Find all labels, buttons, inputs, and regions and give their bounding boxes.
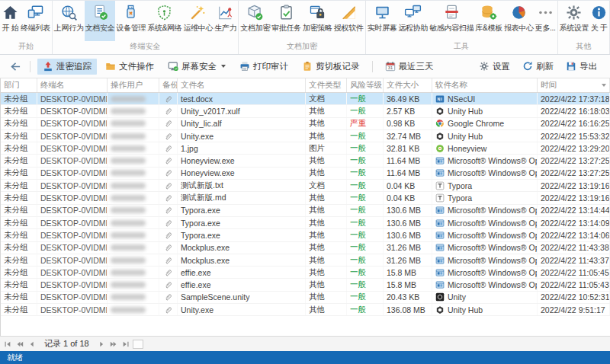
ribbon-button-library-template[interactable]: 库&模板 xyxy=(474,1,502,41)
paperclip-icon xyxy=(164,280,173,289)
column-header-backup[interactable]: 备份 xyxy=(159,78,178,92)
column-header-filetype[interactable]: 文件类型 xyxy=(306,78,347,92)
windows-icon xyxy=(435,243,445,252)
table-row[interactable]: 未分组DESKTOP-0VIDMDJ测试新版.txt文档一般0.04 KBTyp… xyxy=(1,180,610,192)
table-row[interactable]: 未分组DESKTOP-0VIDMDJMockplus.exe其他一般31.26 … xyxy=(1,242,610,254)
toolbar-button-clipboard-log[interactable]: 剪切板记录 xyxy=(297,59,365,75)
pg-last-button[interactable] xyxy=(120,339,131,350)
ribbon-button-doc-security[interactable]: 文档安全 xyxy=(85,1,116,41)
operator-user-redacted xyxy=(111,145,146,152)
ribbon-button-ops-center[interactable]: 运维中心 xyxy=(182,1,214,41)
cell-dept: 未分组 xyxy=(1,205,37,216)
pg-prev-fast-button[interactable] xyxy=(14,339,25,350)
column-header-size[interactable]: 文件大小 xyxy=(384,78,432,92)
cell-size: 11.64 MB xyxy=(384,155,432,166)
cell-app: Microsoft® Windows® Oper... xyxy=(432,242,538,254)
table-row[interactable]: 未分组DESKTOP-0VIDMDJMockplus.exe其他一般31.26 … xyxy=(1,254,610,267)
ribbon-button-doc-encrypt[interactable]: 文档加密 xyxy=(239,1,271,41)
toolbar-button-screen-safe[interactable]: 屏幕安全 xyxy=(162,59,231,75)
cell-terminal: DESKTOP-0VIDMDJ xyxy=(37,267,108,278)
column-header-label: 文件大小 xyxy=(387,80,419,91)
ribbon-button-terminal-list[interactable]: 终端列表 xyxy=(20,1,51,41)
table-row[interactable]: 未分组DESKTOP-0VIDMDJ测试新版.md其他一般0.04 KBTypo… xyxy=(1,192,610,204)
cell-dept: 未分组 xyxy=(1,155,37,166)
cell-app: Google Chrome xyxy=(432,118,538,129)
ribbon-button-about-info[interactable]: 关 于 xyxy=(589,1,608,41)
cell-risk: 一般 xyxy=(347,279,384,290)
cell-time: 2022/4/22 13:19:16 xyxy=(538,192,610,203)
ribbon-button-home[interactable]: 开 始 xyxy=(1,1,20,41)
table-row[interactable]: 未分组DESKTOP-0VIDMDJ1.jpg图片一般32.81 KBHoney… xyxy=(1,142,610,155)
ribbon-button-web-behavior[interactable]: 上网行为 xyxy=(53,1,85,41)
operator-user-redacted xyxy=(111,96,146,102)
column-header-label: 终端名 xyxy=(40,80,65,91)
pager-extra-button[interactable] xyxy=(133,340,143,349)
table-row[interactable]: 未分组DESKTOP-0VIDMDJHoneyview.exe其他一般11.64… xyxy=(1,155,610,167)
toolbar-button-export-save[interactable]: 导出 xyxy=(560,59,602,75)
column-header-risk[interactable]: 风险等级 xyxy=(347,78,384,92)
table-row[interactable]: 未分组DESKTOP-0VIDMDJUnity_lic.alf其他严重0.98 … xyxy=(1,118,610,130)
ribbon-button-more-dots[interactable]: 更多... xyxy=(535,1,557,41)
ribbon-button-licensed-sw[interactable]: 授权软件 xyxy=(333,1,364,41)
ribbon-button-sensitive-scan[interactable]: 敏感内容扫描 xyxy=(429,1,474,41)
windows-icon xyxy=(435,280,445,289)
column-header-dept[interactable]: 部门 xyxy=(1,78,37,92)
cell-backup xyxy=(159,242,178,254)
cell-operator xyxy=(108,292,159,303)
cell-time: 2022/4/22 11:05:43 xyxy=(538,279,610,290)
pg-prev-button[interactable] xyxy=(27,339,37,350)
table-row[interactable]: 未分组DESKTOP-0VIDMDJTypora.exe其他一般130.6 MB… xyxy=(1,229,610,241)
cell-time: 2022/4/22 11:43:37 xyxy=(538,254,610,266)
table-row[interactable]: 未分组DESKTOP-0VIDMDJtest.docx文档一般36.49 KBN… xyxy=(1,93,610,105)
ribbon-button-label: 设备管理 xyxy=(116,23,146,34)
pg-next-fast-button[interactable] xyxy=(108,339,119,350)
table-row[interactable]: 未分组DESKTOP-0VIDMDJeffie.exe其他一般15.8 MBMi… xyxy=(1,279,610,291)
toolbar-button-print-audit[interactable]: 打印审计 xyxy=(234,59,294,75)
cell-size: 2.57 KB xyxy=(384,105,432,117)
table-row[interactable]: 未分组DESKTOP-0VIDMDJUnity.exe其他一般136.08 MB… xyxy=(1,304,610,316)
cell-dept: 未分组 xyxy=(1,229,37,241)
cell-time: 2022/4/22 13:27:25 xyxy=(538,155,610,166)
ribbon-button-encrypt-policy[interactable]: 加密策略 xyxy=(302,1,333,41)
ribbon-button-settings-gear[interactable]: 系统设置 xyxy=(559,1,590,41)
pg-first-button[interactable] xyxy=(2,339,13,350)
column-header-filename[interactable]: 文件名 xyxy=(178,78,306,92)
table-row[interactable]: 未分组DESKTOP-0VIDMDJeffie.exe其他一般15.8 MBMi… xyxy=(1,267,610,279)
ribbon-group: 系统设置关 于其他 xyxy=(558,1,610,54)
ribbon-button-sys-network[interactable]: 系统&网络 xyxy=(146,1,182,41)
ribbon-button-report-center[interactable]: 报表中心 xyxy=(503,1,535,41)
column-header-operator[interactable]: 操作用户 xyxy=(108,78,159,92)
cell-filetype: 其他 xyxy=(306,229,347,241)
cell-terminal: DESKTOP-0VIDMDJ xyxy=(37,168,108,179)
toolbar-button-settings-gear[interactable]: 设置 xyxy=(474,59,515,75)
ribbon-button-device-mgmt[interactable]: 设备管理 xyxy=(115,1,146,41)
ribbon: 开 始终端列表开始上网行为文档安全设备管理系统&网络运维中心生产力终端安全文档加… xyxy=(0,0,610,55)
table-row[interactable]: 未分组DESKTOP-0VIDMDJUnity.exe其他一般32.74 MBU… xyxy=(1,130,610,142)
toolbar-button-calendar[interactable]: 31最近三天 xyxy=(380,59,439,75)
cell-dept: 未分组 xyxy=(1,105,37,117)
column-filter-icon[interactable] xyxy=(602,84,606,87)
toolbar-button-leak-trace[interactable]: 泄密追踪 xyxy=(37,59,97,75)
typora-icon xyxy=(435,181,445,190)
ribbon-button-approval-task[interactable]: 审批任务 xyxy=(271,1,302,41)
column-header-terminal[interactable]: 终端名 xyxy=(37,78,108,92)
ribbon-button-realtime-screen[interactable]: 实时屏幕 xyxy=(367,1,398,41)
table-row[interactable]: 未分组DESKTOP-0VIDMDJHoneyview.exe其他一般11.64… xyxy=(1,168,610,180)
ribbon-button-productivity[interactable]: 生产力 xyxy=(214,1,237,41)
unityhub-icon xyxy=(435,107,445,116)
column-header-app[interactable]: 软件名称 xyxy=(432,78,538,92)
paperclip-icon xyxy=(164,268,173,277)
ribbon-button-remote-assist[interactable]: 远程协助 xyxy=(397,1,429,41)
pg-next-button[interactable] xyxy=(96,339,107,350)
table-row[interactable]: 未分组DESKTOP-0VIDMDJSampleScene.unity其他一般2… xyxy=(1,292,610,304)
cell-backup xyxy=(159,168,178,179)
back-button[interactable] xyxy=(8,59,23,74)
table-row[interactable]: 未分组DESKTOP-0VIDMDJUnity_v2017.xulf其他一般2.… xyxy=(1,105,610,117)
column-header-time[interactable]: 时间 xyxy=(538,78,610,92)
table-row[interactable]: 未分组DESKTOP-0VIDMDJTypora.exe其他一般130.6 MB… xyxy=(1,217,610,229)
toolbar-button-file-ops[interactable]: 文件操作 xyxy=(100,59,159,75)
paperclip-icon xyxy=(164,119,173,128)
toolbar-button-refresh[interactable]: 刷新 xyxy=(517,59,559,75)
table-row[interactable]: 未分组DESKTOP-0VIDMDJTypora.exe其他一般130.6 MB… xyxy=(1,205,610,217)
row-more-icon[interactable]: ... xyxy=(599,94,608,103)
